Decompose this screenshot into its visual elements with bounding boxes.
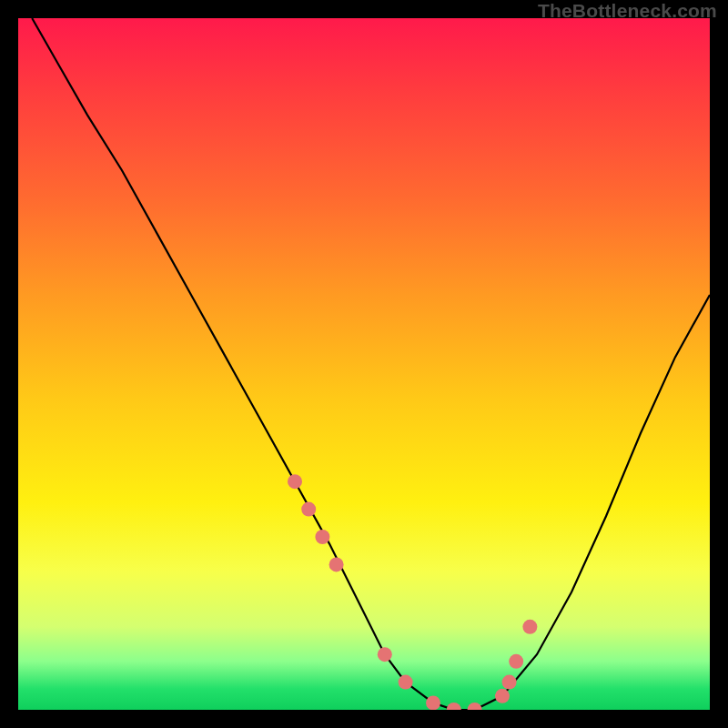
markers-group (288, 474, 537, 710)
marker-point (315, 530, 329, 544)
marker-point (502, 675, 517, 690)
plot-area (18, 18, 710, 710)
marker-point (399, 675, 413, 690)
marker-point (468, 703, 482, 710)
marker-point (426, 695, 440, 710)
marker-point (329, 557, 344, 571)
marker-point (495, 689, 510, 703)
marker-point (509, 654, 523, 669)
bottleneck-curve (32, 18, 710, 710)
marker-point (447, 703, 461, 710)
chart-stage: TheBottleneck.com (0, 0, 728, 728)
marker-point (378, 647, 392, 662)
curve-svg (18, 18, 710, 710)
marker-point (301, 502, 316, 517)
marker-point (288, 474, 302, 489)
marker-point (522, 620, 537, 634)
